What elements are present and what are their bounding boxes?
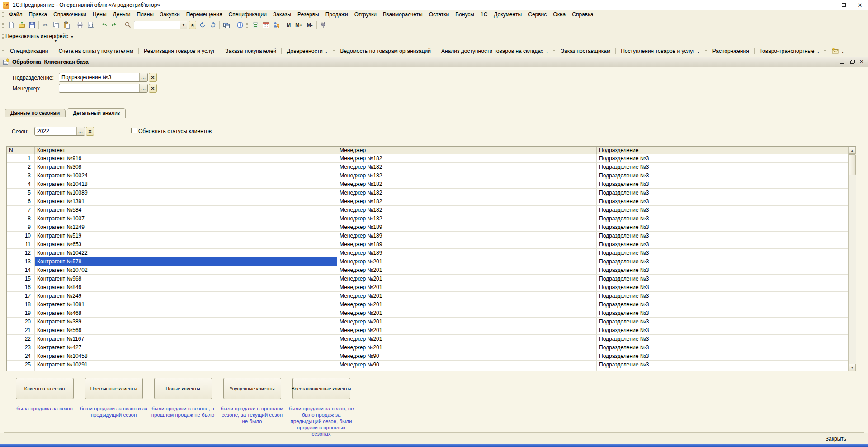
table-row[interactable]: 6Контрагент №1391Менеджер №182Подразделе… xyxy=(7,197,848,206)
cell-number[interactable]: 12 xyxy=(7,249,35,257)
cell-manager[interactable]: Менеджер №182 xyxy=(337,189,597,197)
manager-field[interactable]: ... xyxy=(59,84,148,93)
minimize-button[interactable] xyxy=(819,0,835,10)
menu-item-5[interactable]: Деньги xyxy=(110,10,134,19)
cell-number[interactable]: 4 xyxy=(7,180,35,188)
cell-department[interactable]: Подразделение №3 xyxy=(597,369,848,371)
menu-item-7[interactable]: Закупки xyxy=(157,10,183,19)
cell-kontragent[interactable]: Контрагент №249 xyxy=(35,292,337,300)
cell-kontragent[interactable]: Контрагент №308 xyxy=(35,163,337,171)
save-button[interactable] xyxy=(27,20,37,30)
plug-button[interactable] xyxy=(318,20,329,30)
cell-manager[interactable]: Менеджер №201 xyxy=(337,266,597,274)
calendar-button[interactable] xyxy=(260,20,271,30)
cell-kontragent[interactable]: Контрагент №10418 xyxy=(35,180,337,188)
memory-minus-button[interactable]: M- xyxy=(305,22,315,28)
menu-item-21[interactable]: Справка xyxy=(569,10,596,19)
toolbar-grip[interactable] xyxy=(2,11,4,18)
cell-department[interactable]: Подразделение №3 xyxy=(597,197,848,205)
legend-button-2[interactable]: Постоянные клиенты xyxy=(85,378,143,399)
table-row[interactable]: 7Контрагент №584Менеджер №182Подразделен… xyxy=(7,206,848,214)
toolbar-grip[interactable] xyxy=(2,22,4,29)
toolbar-grip[interactable] xyxy=(824,48,826,54)
cell-manager[interactable]: Менеджер №182 xyxy=(337,180,597,188)
cell-department[interactable]: Подразделение №3 xyxy=(597,206,848,214)
cell-kontragent[interactable]: Контрагент №968 xyxy=(35,275,337,283)
close-form-button[interactable]: Закрыть xyxy=(822,435,850,443)
print-button[interactable] xyxy=(75,20,85,30)
cell-kontragent[interactable]: Контрагент №468 xyxy=(35,309,337,317)
info-button[interactable] xyxy=(235,20,245,30)
menu-item-2[interactable]: Правка xyxy=(26,10,51,19)
cell-kontragent[interactable]: Контрагент №1249 xyxy=(35,223,337,231)
table-row[interactable]: 5Контрагент №10389Менеджер №182Подраздел… xyxy=(7,189,848,197)
menu-item-17[interactable]: 1С xyxy=(477,10,491,19)
cell-manager[interactable]: Менеджер №201 xyxy=(337,343,597,352)
cell-kontragent[interactable]: Контрагент №519 xyxy=(35,232,337,240)
cell-number[interactable]: 11 xyxy=(7,240,35,248)
cell-department[interactable]: Подразделение №3 xyxy=(597,171,848,180)
cell-kontragent[interactable]: Контрагент №1081 xyxy=(35,300,337,309)
clear-manager-button[interactable]: ✕ xyxy=(149,84,157,93)
season-field[interactable]: 2022 ... xyxy=(34,127,85,136)
cell-department[interactable]: Подразделение №3 xyxy=(597,163,848,171)
table-row[interactable]: 16Контрагент №846Менеджер №201Подразделе… xyxy=(7,283,848,292)
cell-number[interactable]: 24 xyxy=(7,352,35,360)
cell-department[interactable]: Подразделение №3 xyxy=(597,189,848,197)
cell-department[interactable]: Подразделение №3 xyxy=(597,361,848,369)
toolbar-grip[interactable] xyxy=(246,22,248,29)
cell-department[interactable]: Подразделение №3 xyxy=(597,292,848,300)
cell-department[interactable]: Подразделение №3 xyxy=(597,343,848,352)
cell-manager[interactable]: Менеджер №201 xyxy=(337,318,597,326)
update-statuses-checkbox[interactable] xyxy=(131,128,137,133)
table-row[interactable]: 17Контрагент №249Менеджер №201Подразделе… xyxy=(7,292,848,300)
cell-kontragent[interactable]: Контрагент №584 xyxy=(35,206,337,214)
cell-department[interactable]: Подразделение №3 xyxy=(597,300,848,309)
legend-button-5[interactable]: Восстановленные клиенты xyxy=(292,378,350,399)
cell-manager[interactable]: Менеджер №201 xyxy=(337,275,597,283)
cell-kontragent[interactable]: Контрагент №548 xyxy=(35,369,337,371)
column-header-manager[interactable]: Менеджер xyxy=(337,147,597,154)
command-button-8[interactable]: Заказ поставщикам xyxy=(558,47,613,56)
toolbar-grip[interactable] xyxy=(2,48,4,54)
scroll-down-button[interactable]: ▼ xyxy=(849,364,856,371)
table-row[interactable]: 24Контрагент №10458Менеджер №90Подраздел… xyxy=(7,352,848,361)
cell-manager[interactable]: Менеджер №182 xyxy=(337,154,597,162)
cell-number[interactable]: 14 xyxy=(7,266,35,274)
cell-number[interactable]: 17 xyxy=(7,292,35,300)
cell-number[interactable]: 15 xyxy=(7,275,35,283)
menu-item-12[interactable]: Продажи xyxy=(322,10,351,19)
cell-manager[interactable]: Менеджер №201 xyxy=(337,257,597,266)
cell-manager[interactable]: Менеджер №90 xyxy=(337,361,597,369)
department-field[interactable]: Подразделение №3 ... xyxy=(59,73,148,82)
calculator-button[interactable] xyxy=(250,20,260,30)
command-button-2[interactable]: Счета на оплату покупателям xyxy=(55,47,136,56)
cell-department[interactable]: Подразделение №3 xyxy=(597,223,848,231)
tab-seasons-data[interactable]: Данные по сезонам xyxy=(5,109,66,117)
memory-plus-button[interactable]: M+ xyxy=(293,22,305,28)
close-button[interactable]: ✕ xyxy=(852,0,868,10)
menu-item-9[interactable]: Спецификации xyxy=(226,10,270,19)
choose-button[interactable]: ... xyxy=(139,84,147,92)
search-input[interactable] xyxy=(134,21,180,29)
find-next-button[interactable] xyxy=(197,20,208,30)
table-row[interactable]: 26Контрагент №548Менеджер №90Подразделен… xyxy=(7,369,848,371)
cell-number[interactable]: 10 xyxy=(7,232,35,240)
scroll-up-button[interactable]: ▲ xyxy=(849,147,856,154)
menu-item-11[interactable]: Резервы xyxy=(294,10,322,19)
new-document-button[interactable] xyxy=(6,20,16,30)
table-row[interactable]: 13Контрагент №578Менеджер №201Подразделе… xyxy=(7,257,848,266)
table-row[interactable]: 18Контрагент №1081Менеджер №201Подраздел… xyxy=(7,300,848,309)
cell-department[interactable]: Подразделение №3 xyxy=(597,249,848,257)
mdi-restore-button[interactable] xyxy=(848,58,856,65)
cell-number[interactable]: 1 xyxy=(7,154,35,162)
command-button-1[interactable]: Спецификации xyxy=(7,47,51,56)
cell-number[interactable]: 22 xyxy=(7,335,35,343)
cell-manager[interactable]: Менеджер №189 xyxy=(337,249,597,257)
cell-manager[interactable]: Менеджер №201 xyxy=(337,292,597,300)
menu-item-1[interactable]: Файл xyxy=(6,10,26,19)
print-preview-button[interactable] xyxy=(85,20,95,30)
mdi-close-button[interactable]: ✕ xyxy=(858,58,865,65)
search-combobox[interactable]: ▼ xyxy=(134,21,187,29)
cell-kontragent[interactable]: Контрагент №916 xyxy=(35,154,337,162)
